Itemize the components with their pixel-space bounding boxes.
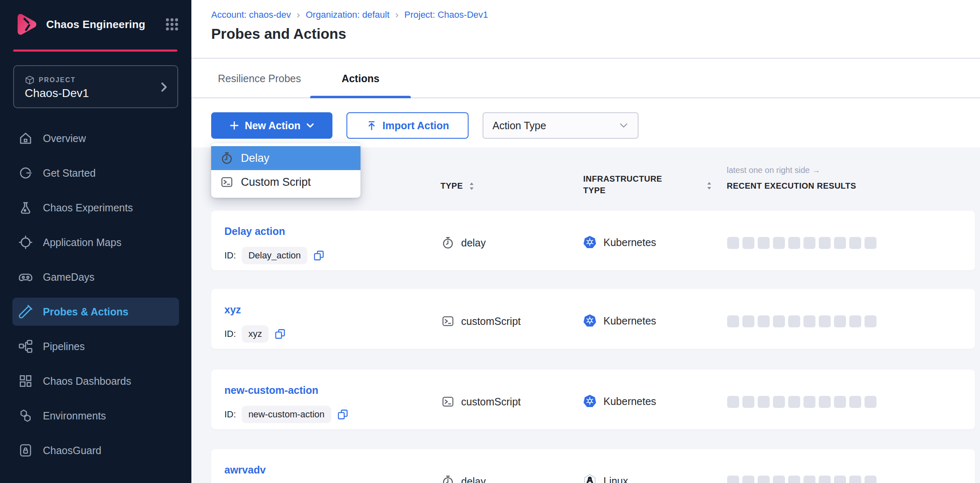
- copy-icon[interactable]: [313, 250, 325, 261]
- execution-result-placeholder: [758, 237, 770, 249]
- execution-result-placeholder: [819, 396, 831, 408]
- sidebar-item-application-maps[interactable]: Application Maps: [12, 228, 179, 256]
- terminal-icon: [220, 175, 233, 189]
- chevron-down-icon: [619, 121, 629, 130]
- table-row: xyz ID: xyz customScript Kubernetes: [211, 289, 975, 349]
- execution-result-placeholder: [865, 396, 876, 408]
- linux-icon: [583, 474, 597, 483]
- kubernetes-icon: [583, 394, 597, 408]
- get-started-icon: [18, 166, 33, 180]
- import-action-button[interactable]: Import Action: [346, 112, 469, 139]
- sidebar-item-pipelines[interactable]: Pipelines: [12, 332, 179, 360]
- pipeline-icon: [18, 339, 33, 354]
- tab-actions[interactable]: Actions: [310, 59, 411, 97]
- recent-execution-results: [727, 237, 876, 249]
- module-grid-icon[interactable]: [164, 17, 180, 32]
- execution-result-placeholder: [727, 396, 739, 408]
- sidebar-nav: Overview Get Started Chaos Experiments A…: [0, 124, 191, 471]
- sidebar-item-chaosguard[interactable]: ChaosGuard: [12, 436, 179, 464]
- chevron-right-icon: [158, 82, 169, 92]
- infrastructure-cell: Linux: [583, 474, 628, 483]
- stopwatch-icon: [220, 152, 233, 165]
- sort-icon[interactable]: [706, 181, 712, 190]
- recent-execution-results: [727, 396, 876, 408]
- action-name-link[interactable]: awrvadv: [224, 464, 266, 476]
- new-action-dropdown-menu: Delay Custom Script: [211, 143, 360, 198]
- main-content: Account: chaos-dev › Organization: defau…: [191, 0, 980, 483]
- execution-result-placeholder: [819, 476, 831, 483]
- table-row: Delay action ID: Delay_action delay Kube…: [211, 211, 975, 270]
- copy-icon[interactable]: [337, 409, 349, 420]
- action-type-cell: customScript: [441, 395, 521, 408]
- test-tube-icon: [18, 304, 33, 319]
- action-name-link[interactable]: Delay action: [224, 225, 285, 237]
- execution-result-placeholder: [773, 476, 785, 483]
- execution-result-placeholder: [834, 396, 846, 408]
- sidebar-item-environments[interactable]: Environments: [12, 402, 179, 430]
- sidebar-item-overview[interactable]: Overview: [12, 124, 179, 152]
- execution-result-placeholder: [849, 476, 861, 483]
- dashboard-icon: [18, 374, 33, 388]
- app-window: Chaos Engineering PROJECT Chaos-Dev1 Ove…: [0, 0, 980, 483]
- home-icon: [18, 131, 33, 146]
- import-icon: [366, 120, 377, 131]
- execution-result-placeholder: [727, 315, 739, 327]
- execution-result-placeholder: [819, 315, 831, 327]
- recent-execution-results: [727, 476, 876, 483]
- copy-icon[interactable]: [274, 328, 286, 340]
- action-type-select[interactable]: Action Type: [483, 112, 638, 139]
- breadcrumb-separator-icon: ›: [395, 9, 398, 21]
- action-id-value: xyz: [242, 325, 269, 343]
- breadcrumb-project[interactable]: Project: Chaos-Dev1: [404, 9, 488, 20]
- recent-execution-results: [727, 315, 876, 327]
- sidebar-item-get-started[interactable]: Get Started: [12, 159, 179, 187]
- sidebar-item-chaos-experiments[interactable]: Chaos Experiments: [12, 194, 179, 222]
- project-name: Chaos-Dev1: [25, 87, 89, 100]
- infrastructure-cell: Kubernetes: [583, 394, 656, 408]
- execution-result-placeholder: [834, 476, 846, 483]
- sidebar: Chaos Engineering PROJECT Chaos-Dev1 Ove…: [0, 0, 191, 483]
- new-action-button[interactable]: New Action: [211, 112, 332, 139]
- execution-result-placeholder: [788, 476, 800, 483]
- target-icon: [18, 235, 33, 250]
- breadcrumb-organization[interactable]: Organization: default: [306, 9, 389, 20]
- page-header: Account: chaos-dev › Organization: defau…: [191, 0, 980, 59]
- execution-result-placeholder: [727, 237, 739, 249]
- execution-result-placeholder: [819, 237, 831, 249]
- menu-item-delay[interactable]: Delay: [211, 146, 360, 170]
- execution-result-placeholder: [849, 315, 861, 327]
- action-name-link[interactable]: new-custom-action: [224, 384, 318, 396]
- column-header-infrastructure-type: INFRASTRUCTURE TYPE: [583, 173, 678, 196]
- execution-result-placeholder: [773, 315, 785, 327]
- execution-result-placeholder: [758, 396, 770, 408]
- infrastructure-cell: Kubernetes: [583, 235, 656, 249]
- action-id-line: ID: new-custom-action: [224, 406, 349, 423]
- breadcrumb-account[interactable]: Account: chaos-dev: [211, 9, 291, 20]
- column-header-recent-execution-results: RECENT EXECUTION RESULTS: [727, 181, 856, 191]
- action-type-cell: delay: [441, 236, 486, 249]
- sidebar-item-gamedays[interactable]: GameDays: [12, 263, 179, 291]
- project-selector[interactable]: PROJECT Chaos-Dev1: [13, 65, 178, 108]
- cube-icon: [25, 75, 35, 85]
- execution-result-placeholder: [803, 237, 815, 249]
- app-title: Chaos Engineering: [46, 18, 145, 31]
- action-id-line: ID: xyz: [224, 325, 286, 343]
- execution-result-placeholder: [742, 476, 754, 483]
- sidebar-item-chaos-dashboards[interactable]: Chaos Dashboards: [12, 367, 179, 395]
- kubernetes-icon: [583, 314, 597, 328]
- page-title: Probes and Actions: [211, 26, 346, 42]
- brand-accent-divider: [13, 50, 177, 52]
- terminal-icon: [441, 315, 455, 328]
- sort-icon[interactable]: [469, 182, 475, 191]
- execution-result-placeholder: [834, 237, 846, 249]
- stopwatch-icon: [441, 475, 455, 483]
- action-name-link[interactable]: xyz: [224, 304, 241, 316]
- menu-item-custom-script[interactable]: Custom Script: [211, 170, 360, 194]
- execution-result-placeholder: [788, 396, 800, 408]
- sidebar-item-probes-actions[interactable]: Probes & Actions: [12, 298, 179, 326]
- tab-resilience-probes[interactable]: Resilience Probes: [200, 59, 319, 97]
- action-id-line: ID: Delay_action: [224, 247, 325, 264]
- execution-result-placeholder: [803, 315, 815, 327]
- execution-result-placeholder: [773, 237, 785, 249]
- gamepad-icon: [18, 270, 33, 284]
